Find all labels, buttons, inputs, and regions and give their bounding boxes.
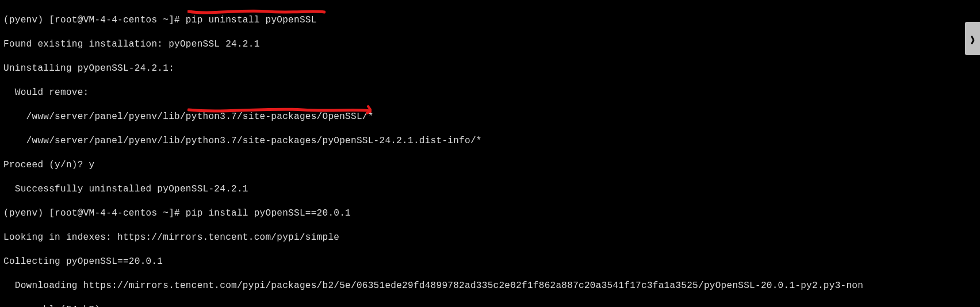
scroll-right-button[interactable]: › — [965, 22, 980, 55]
line-uninstalling: Uninstalling pyOpenSSL-24.2.1: — [3, 63, 977, 75]
line-path-1: /www/server/panel/pyenv/lib/python3.7/si… — [3, 111, 977, 123]
line-found: Found existing installation: pyOpenSSL 2… — [3, 39, 977, 51]
line-downloading-a: Downloading https://mirrors.tencent.com/… — [3, 280, 977, 292]
line-collecting: Collecting pyOpenSSL==20.0.1 — [3, 256, 977, 268]
command-1: pip uninstall pyOpenSSL — [186, 15, 317, 25]
env-label: (pyenv) — [3, 15, 49, 25]
line-downloading-b: e-any.whl (54 kB) — [3, 304, 977, 307]
line-proceed: Proceed (y/n)? y — [3, 159, 977, 171]
line-path-2: /www/server/panel/pyenv/lib/python3.7/si… — [3, 135, 977, 147]
line-would-remove: Would remove: — [3, 87, 977, 99]
line-success-uninstall: Successfully uninstalled pyOpenSSL-24.2.… — [3, 183, 977, 195]
command-2: pip install pyOpenSSL==20.0.1 — [186, 208, 351, 218]
chevron-right-icon: › — [970, 28, 975, 49]
terminal-output[interactable]: (pyenv) [root@VM-4-4-centos ~]# pip unin… — [0, 0, 980, 307]
line-indexes: Looking in indexes: https://mirrors.tenc… — [3, 232, 977, 244]
line-prompt-1: (pyenv) [root@VM-4-4-centos ~]# pip unin… — [3, 14, 977, 26]
env-label: (pyenv) — [3, 208, 49, 218]
line-prompt-2: (pyenv) [root@VM-4-4-centos ~]# pip inst… — [3, 208, 977, 220]
shell-prompt: [root@VM-4-4-centos ~]# — [49, 208, 186, 218]
shell-prompt: [root@VM-4-4-centos ~]# — [49, 15, 186, 25]
